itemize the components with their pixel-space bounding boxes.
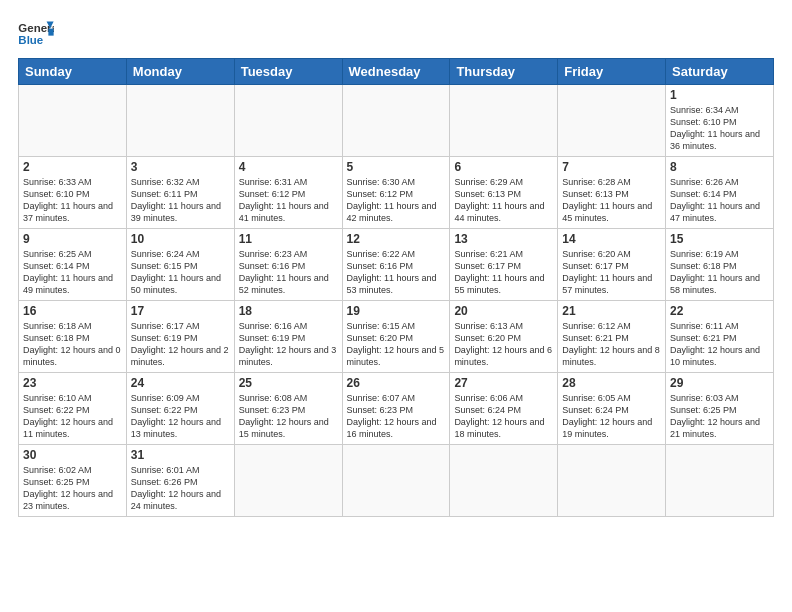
day-number: 13 — [454, 232, 553, 246]
day-info: Sunrise: 6:25 AM Sunset: 6:14 PM Dayligh… — [23, 248, 122, 297]
calendar-cell — [342, 445, 450, 517]
day-info: Sunrise: 6:09 AM Sunset: 6:22 PM Dayligh… — [131, 392, 230, 441]
svg-text:Blue: Blue — [18, 34, 43, 46]
day-number: 19 — [347, 304, 446, 318]
calendar-cell — [234, 445, 342, 517]
day-info: Sunrise: 6:30 AM Sunset: 6:12 PM Dayligh… — [347, 176, 446, 225]
calendar-cell: 28Sunrise: 6:05 AM Sunset: 6:24 PM Dayli… — [558, 373, 666, 445]
day-info: Sunrise: 6:13 AM Sunset: 6:20 PM Dayligh… — [454, 320, 553, 369]
day-number: 1 — [670, 88, 769, 102]
day-info: Sunrise: 6:20 AM Sunset: 6:17 PM Dayligh… — [562, 248, 661, 297]
weekday-header-sunday: Sunday — [19, 59, 127, 85]
day-number: 20 — [454, 304, 553, 318]
day-info: Sunrise: 6:16 AM Sunset: 6:19 PM Dayligh… — [239, 320, 338, 369]
day-number: 6 — [454, 160, 553, 174]
day-number: 27 — [454, 376, 553, 390]
day-number: 18 — [239, 304, 338, 318]
day-info: Sunrise: 6:01 AM Sunset: 6:26 PM Dayligh… — [131, 464, 230, 513]
page: General Blue SundayMondayTuesdayWednesda… — [0, 0, 792, 612]
calendar-cell — [666, 445, 774, 517]
day-number: 5 — [347, 160, 446, 174]
day-info: Sunrise: 6:33 AM Sunset: 6:10 PM Dayligh… — [23, 176, 122, 225]
calendar-week-1: 1Sunrise: 6:34 AM Sunset: 6:10 PM Daylig… — [19, 85, 774, 157]
calendar-cell: 9Sunrise: 6:25 AM Sunset: 6:14 PM Daylig… — [19, 229, 127, 301]
day-info: Sunrise: 6:22 AM Sunset: 6:16 PM Dayligh… — [347, 248, 446, 297]
day-info: Sunrise: 6:07 AM Sunset: 6:23 PM Dayligh… — [347, 392, 446, 441]
day-info: Sunrise: 6:15 AM Sunset: 6:20 PM Dayligh… — [347, 320, 446, 369]
calendar-cell: 2Sunrise: 6:33 AM Sunset: 6:10 PM Daylig… — [19, 157, 127, 229]
calendar-cell: 23Sunrise: 6:10 AM Sunset: 6:22 PM Dayli… — [19, 373, 127, 445]
calendar-week-5: 23Sunrise: 6:10 AM Sunset: 6:22 PM Dayli… — [19, 373, 774, 445]
calendar-cell: 20Sunrise: 6:13 AM Sunset: 6:20 PM Dayli… — [450, 301, 558, 373]
header: General Blue — [18, 18, 774, 48]
day-number: 16 — [23, 304, 122, 318]
calendar-cell: 21Sunrise: 6:12 AM Sunset: 6:21 PM Dayli… — [558, 301, 666, 373]
calendar-cell — [342, 85, 450, 157]
calendar-cell: 11Sunrise: 6:23 AM Sunset: 6:16 PM Dayli… — [234, 229, 342, 301]
day-number: 21 — [562, 304, 661, 318]
day-number: 3 — [131, 160, 230, 174]
calendar: SundayMondayTuesdayWednesdayThursdayFrid… — [18, 58, 774, 517]
day-info: Sunrise: 6:17 AM Sunset: 6:19 PM Dayligh… — [131, 320, 230, 369]
day-info: Sunrise: 6:11 AM Sunset: 6:21 PM Dayligh… — [670, 320, 769, 369]
day-number: 8 — [670, 160, 769, 174]
calendar-week-2: 2Sunrise: 6:33 AM Sunset: 6:10 PM Daylig… — [19, 157, 774, 229]
calendar-cell: 19Sunrise: 6:15 AM Sunset: 6:20 PM Dayli… — [342, 301, 450, 373]
svg-marker-3 — [48, 29, 53, 36]
generalblue-icon: General Blue — [18, 18, 54, 48]
weekday-header-saturday: Saturday — [666, 59, 774, 85]
day-number: 26 — [347, 376, 446, 390]
calendar-cell: 22Sunrise: 6:11 AM Sunset: 6:21 PM Dayli… — [666, 301, 774, 373]
day-info: Sunrise: 6:28 AM Sunset: 6:13 PM Dayligh… — [562, 176, 661, 225]
day-number: 7 — [562, 160, 661, 174]
day-number: 15 — [670, 232, 769, 246]
calendar-cell: 3Sunrise: 6:32 AM Sunset: 6:11 PM Daylig… — [126, 157, 234, 229]
calendar-cell — [558, 445, 666, 517]
calendar-cell: 1Sunrise: 6:34 AM Sunset: 6:10 PM Daylig… — [666, 85, 774, 157]
day-number: 31 — [131, 448, 230, 462]
day-number: 14 — [562, 232, 661, 246]
calendar-week-3: 9Sunrise: 6:25 AM Sunset: 6:14 PM Daylig… — [19, 229, 774, 301]
day-number: 24 — [131, 376, 230, 390]
calendar-cell: 8Sunrise: 6:26 AM Sunset: 6:14 PM Daylig… — [666, 157, 774, 229]
day-info: Sunrise: 6:12 AM Sunset: 6:21 PM Dayligh… — [562, 320, 661, 369]
day-info: Sunrise: 6:24 AM Sunset: 6:15 PM Dayligh… — [131, 248, 230, 297]
day-number: 28 — [562, 376, 661, 390]
calendar-cell: 13Sunrise: 6:21 AM Sunset: 6:17 PM Dayli… — [450, 229, 558, 301]
day-number: 2 — [23, 160, 122, 174]
calendar-cell: 27Sunrise: 6:06 AM Sunset: 6:24 PM Dayli… — [450, 373, 558, 445]
day-info: Sunrise: 6:34 AM Sunset: 6:10 PM Dayligh… — [670, 104, 769, 153]
calendar-cell — [450, 445, 558, 517]
day-number: 12 — [347, 232, 446, 246]
calendar-cell: 15Sunrise: 6:19 AM Sunset: 6:18 PM Dayli… — [666, 229, 774, 301]
day-number: 9 — [23, 232, 122, 246]
day-info: Sunrise: 6:10 AM Sunset: 6:22 PM Dayligh… — [23, 392, 122, 441]
day-number: 23 — [23, 376, 122, 390]
logo: General Blue — [18, 18, 54, 48]
day-info: Sunrise: 6:29 AM Sunset: 6:13 PM Dayligh… — [454, 176, 553, 225]
calendar-cell: 18Sunrise: 6:16 AM Sunset: 6:19 PM Dayli… — [234, 301, 342, 373]
calendar-cell: 24Sunrise: 6:09 AM Sunset: 6:22 PM Dayli… — [126, 373, 234, 445]
day-info: Sunrise: 6:08 AM Sunset: 6:23 PM Dayligh… — [239, 392, 338, 441]
calendar-cell: 14Sunrise: 6:20 AM Sunset: 6:17 PM Dayli… — [558, 229, 666, 301]
calendar-cell: 4Sunrise: 6:31 AM Sunset: 6:12 PM Daylig… — [234, 157, 342, 229]
day-info: Sunrise: 6:18 AM Sunset: 6:18 PM Dayligh… — [23, 320, 122, 369]
weekday-header-thursday: Thursday — [450, 59, 558, 85]
day-info: Sunrise: 6:19 AM Sunset: 6:18 PM Dayligh… — [670, 248, 769, 297]
weekday-header-friday: Friday — [558, 59, 666, 85]
weekday-header-monday: Monday — [126, 59, 234, 85]
day-info: Sunrise: 6:06 AM Sunset: 6:24 PM Dayligh… — [454, 392, 553, 441]
calendar-cell — [126, 85, 234, 157]
day-info: Sunrise: 6:32 AM Sunset: 6:11 PM Dayligh… — [131, 176, 230, 225]
calendar-cell: 5Sunrise: 6:30 AM Sunset: 6:12 PM Daylig… — [342, 157, 450, 229]
calendar-cell: 29Sunrise: 6:03 AM Sunset: 6:25 PM Dayli… — [666, 373, 774, 445]
day-number: 10 — [131, 232, 230, 246]
day-info: Sunrise: 6:21 AM Sunset: 6:17 PM Dayligh… — [454, 248, 553, 297]
calendar-cell: 31Sunrise: 6:01 AM Sunset: 6:26 PM Dayli… — [126, 445, 234, 517]
calendar-cell — [234, 85, 342, 157]
calendar-cell: 30Sunrise: 6:02 AM Sunset: 6:25 PM Dayli… — [19, 445, 127, 517]
day-number: 25 — [239, 376, 338, 390]
day-number: 17 — [131, 304, 230, 318]
day-number: 11 — [239, 232, 338, 246]
calendar-cell: 6Sunrise: 6:29 AM Sunset: 6:13 PM Daylig… — [450, 157, 558, 229]
